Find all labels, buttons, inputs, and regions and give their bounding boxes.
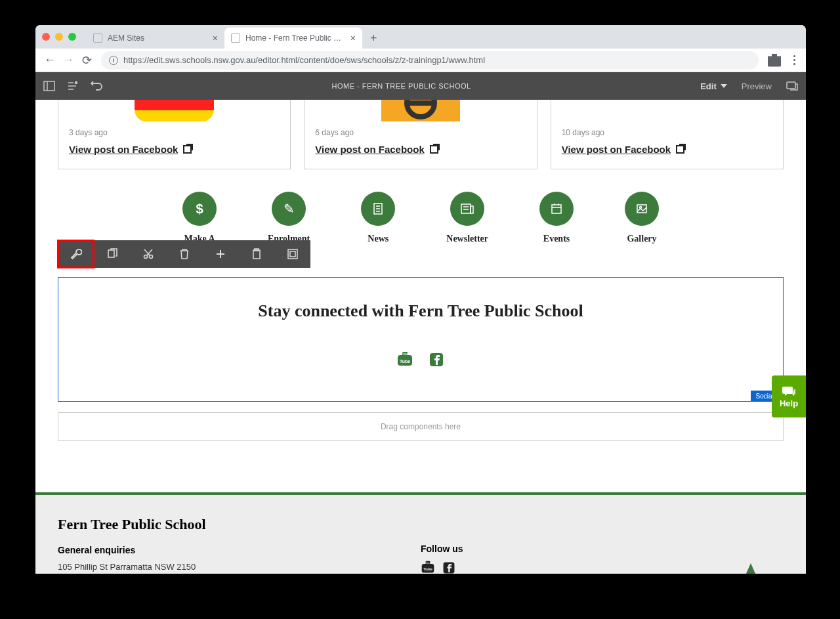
youtube-icon[interactable]: TubeYou [421, 561, 435, 574]
svg-rect-26 [253, 250, 260, 259]
card-date: 3 days ago [69, 128, 280, 137]
mode-selector[interactable]: Edit [700, 81, 727, 91]
preview-button[interactable]: Preview [742, 81, 772, 91]
close-tab-icon[interactable]: × [350, 33, 356, 43]
external-link-icon [183, 145, 192, 154]
page-footer: Fern Tree Public School General enquirie… [35, 495, 806, 574]
svg-point-22 [144, 255, 147, 259]
tab-title: AEM Sites [108, 33, 209, 43]
chat-icon [782, 385, 796, 398]
close-tab-icon[interactable]: × [213, 33, 218, 43]
quick-link-events[interactable]: Events [539, 192, 574, 244]
component-drop-zone[interactable]: Drag components here [58, 412, 784, 441]
copy-icon [106, 248, 118, 260]
browser-tab[interactable]: AEM Sites × [87, 28, 224, 49]
help-label: Help [780, 398, 798, 408]
facebook-icon[interactable] [442, 561, 456, 574]
facebook-feed-cards: 3 days ago View post on Facebook 6 days … [35, 100, 806, 169]
external-link-icon [676, 145, 684, 154]
footer-address: 105 Phillip St Parramatta NSW 2150 [58, 562, 421, 572]
svg-point-20 [640, 207, 642, 209]
help-button[interactable]: Help [772, 375, 806, 417]
copy-button[interactable] [94, 240, 130, 268]
url-input[interactable]: i https://edit.sws.schools.nsw.gov.au/ed… [101, 51, 759, 70]
card-date: 6 days ago [315, 128, 526, 137]
maximize-window-button[interactable] [68, 33, 76, 41]
svg-rect-15 [552, 205, 561, 213]
close-window-button[interactable] [42, 33, 50, 41]
page-icon [231, 33, 240, 43]
feed-card[interactable]: 10 days ago View post on Facebook [551, 100, 784, 169]
tab-title: Home - Fern Tree Public Schoo [245, 33, 346, 43]
card-image [381, 100, 460, 121]
dollar-icon: $ [196, 202, 203, 217]
feed-card[interactable]: 6 days ago View post on Facebook [304, 100, 537, 169]
chevron-down-icon [721, 84, 727, 88]
quick-links-row: $ Make A ✎ Enrolment News Newsletter Eve… [35, 192, 806, 244]
footer-school-name: Fern Tree Public School [58, 516, 421, 533]
image-icon [635, 202, 648, 215]
mode-label: Edit [700, 81, 717, 91]
svg-text:You: You [402, 352, 408, 356]
card-image [551, 100, 783, 121]
quick-link-news[interactable]: News [361, 192, 395, 244]
svg-rect-29 [290, 251, 295, 257]
side-panel-toggle-icon[interactable] [43, 80, 55, 92]
component-toolbar [58, 240, 310, 268]
paste-icon [251, 248, 262, 260]
window-controls [42, 33, 76, 41]
undo-icon[interactable] [91, 80, 102, 92]
page-icon [371, 202, 385, 215]
browser-menu-button[interactable] [788, 55, 801, 65]
svg-text:You: You [425, 561, 430, 565]
svg-rect-21 [108, 250, 114, 257]
card-image [135, 100, 214, 121]
svg-point-5 [75, 82, 77, 84]
svg-text:Tube: Tube [423, 567, 432, 571]
feed-card[interactable]: 3 days ago View post on Facebook [58, 100, 291, 169]
external-link-icon [430, 145, 438, 154]
calendar-icon [550, 202, 563, 215]
browser-window: AEM Sites × Home - Fern Tree Public Scho… [35, 25, 806, 574]
delete-icon [179, 248, 190, 260]
insert-button[interactable] [202, 240, 238, 268]
enquiries-heading: General enquiries [58, 545, 421, 555]
cut-button[interactable] [130, 240, 166, 268]
svg-rect-28 [288, 249, 297, 259]
view-post-link[interactable]: View post on Facebook [69, 144, 192, 155]
svg-rect-0 [44, 81, 54, 91]
social-icons-row: TubeYou [58, 351, 783, 368]
quick-link-enrolment[interactable]: ✎ Enrolment [268, 192, 310, 244]
school-logo [718, 558, 784, 574]
page-content: 3 days ago View post on Facebook 6 days … [35, 100, 806, 574]
delete-button[interactable] [166, 240, 202, 268]
site-info-icon[interactable]: i [109, 56, 118, 65]
new-tab-button[interactable]: + [362, 28, 385, 49]
parent-button[interactable] [274, 240, 310, 268]
minimize-window-button[interactable] [55, 33, 63, 41]
view-post-link[interactable]: View post on Facebook [315, 144, 438, 155]
page-info-icon[interactable] [67, 80, 79, 92]
facebook-icon[interactable] [428, 351, 445, 368]
configure-button[interactable] [58, 240, 94, 268]
quick-link-payment[interactable]: $ Make A [182, 192, 217, 244]
back-button[interactable]: ← [41, 51, 59, 70]
social-links-component[interactable]: Stay connected with Fern Tree Public Sch… [58, 277, 784, 402]
forward-button[interactable]: → [59, 51, 77, 70]
page-title: HOME - FERN TREE PUBLIC SCHOOL [102, 82, 700, 90]
browser-tab[interactable]: Home - Fern Tree Public Schoo × [224, 28, 362, 49]
insert-icon [215, 248, 226, 260]
follow-heading: Follow us [421, 544, 784, 554]
svg-point-23 [149, 255, 152, 259]
reload-button[interactable]: ⟳ [77, 51, 96, 70]
paste-button[interactable] [238, 240, 274, 268]
newspaper-icon [460, 202, 474, 215]
youtube-icon[interactable]: TubeYou [396, 351, 413, 368]
quick-link-gallery[interactable]: Gallery [625, 192, 659, 244]
annotate-icon[interactable] [786, 80, 798, 92]
view-post-link[interactable]: View post on Facebook [562, 144, 684, 155]
stay-connected-heading: Stay connected with Fern Tree Public Sch… [58, 301, 783, 321]
svg-rect-6 [787, 82, 795, 89]
extension-icon[interactable] [768, 54, 781, 67]
quick-link-newsletter[interactable]: Newsletter [446, 192, 488, 244]
